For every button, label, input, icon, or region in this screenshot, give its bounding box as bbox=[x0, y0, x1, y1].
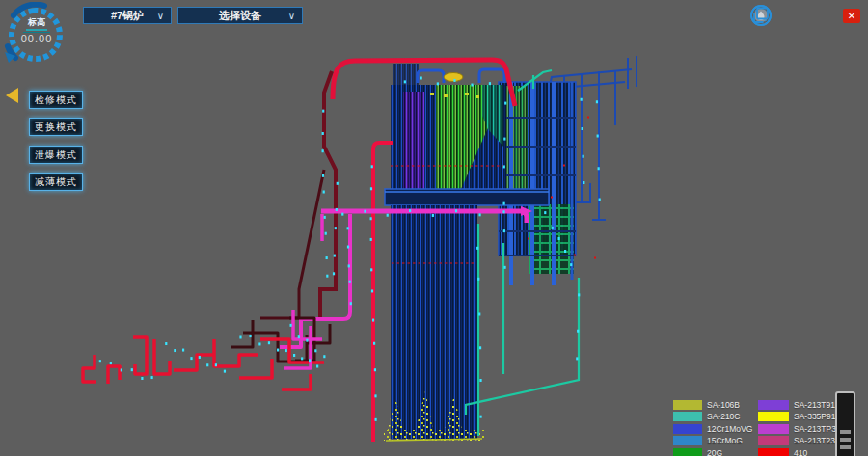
mode-button-leak[interactable]: 泄爆模式 bbox=[29, 146, 83, 164]
legend-label: SA-213T91 bbox=[794, 400, 835, 410]
boiler-dropdown[interactable]: #7锅炉 ∨ bbox=[83, 7, 172, 24]
maroon-pipe bbox=[320, 71, 336, 320]
legend-label: 20G bbox=[707, 448, 722, 456]
droplet-icon[interactable] bbox=[781, 5, 802, 26]
gauge-label: 标高 bbox=[2, 16, 71, 29]
legend-swatch bbox=[758, 448, 789, 456]
scrollbar-tick bbox=[840, 445, 851, 449]
legend-item[interactable]: 15CrMoG bbox=[673, 436, 743, 446]
app-window: 标高 00.00 #7锅炉 ∨ 选择设备 ∨ bbox=[0, 0, 868, 456]
legend-swatch bbox=[673, 400, 702, 410]
legend-label: SA-106B bbox=[707, 400, 740, 410]
legend-scrollbar[interactable] bbox=[835, 391, 855, 456]
legend-label: SA-210C bbox=[707, 412, 741, 421]
legend-label: SA-213T23 bbox=[794, 436, 835, 445]
legend-swatch bbox=[673, 412, 702, 421]
legend-item[interactable]: SA-210C bbox=[673, 412, 741, 422]
legend-swatch bbox=[758, 436, 789, 445]
equipment-dropdown-value: 选择设备 bbox=[219, 9, 261, 23]
mode-button-thinning[interactable]: 减薄模式 bbox=[29, 173, 83, 191]
equipment-dropdown[interactable]: 选择设备 ∨ bbox=[177, 7, 303, 24]
legend-swatch bbox=[758, 424, 789, 434]
legend-item[interactable]: SA-213T23 bbox=[758, 436, 835, 446]
layers-icon[interactable] bbox=[812, 5, 833, 26]
boiler-3d-view[interactable] bbox=[0, 0, 868, 456]
legend-swatch bbox=[673, 436, 702, 445]
gauge-value: 00.00 bbox=[2, 33, 71, 44]
boiler-dropdown-value: #7锅炉 bbox=[111, 9, 144, 23]
legend-swatch bbox=[673, 424, 702, 434]
legend-item[interactable]: 410 bbox=[758, 447, 807, 456]
chevron-down-icon: ∨ bbox=[288, 11, 295, 21]
right-block bbox=[499, 82, 576, 285]
window-controls: ✕ bbox=[750, 5, 860, 26]
collapse-panel-arrow-icon[interactable] bbox=[6, 88, 18, 103]
legend-label: SA-335P91 bbox=[794, 412, 835, 421]
elevation-gauge[interactable]: 标高 00.00 bbox=[2, 2, 71, 69]
scrollbar-tick bbox=[840, 438, 851, 442]
legend-label: 410 bbox=[794, 448, 807, 456]
legend-label: 15CrMoG bbox=[707, 436, 743, 445]
mode-button-replace[interactable]: 更换模式 bbox=[29, 118, 83, 136]
chevron-down-icon: ∨ bbox=[157, 11, 164, 21]
dark-pipe bbox=[260, 170, 324, 318]
legend-item[interactable]: SA-213T91 bbox=[758, 399, 835, 410]
legend-swatch bbox=[758, 412, 789, 421]
mode-button-overhaul[interactable]: 检修模式 bbox=[29, 91, 83, 109]
legend-swatch bbox=[758, 400, 789, 410]
bottom-left-pipes bbox=[83, 310, 330, 389]
legend-item[interactable]: 20G bbox=[673, 447, 722, 456]
vent-cap bbox=[444, 73, 463, 82]
legend-label: 12Cr1MoVG bbox=[707, 424, 752, 434]
scrollbar-tick bbox=[840, 430, 851, 434]
legend-item[interactable]: SA-335P91 bbox=[758, 412, 835, 422]
close-icon[interactable]: ✕ bbox=[843, 9, 860, 23]
legend-item[interactable]: 12Cr1MoVG bbox=[673, 423, 752, 434]
legend-item[interactable]: SA-106B bbox=[673, 399, 740, 410]
legend-swatch bbox=[673, 448, 702, 456]
